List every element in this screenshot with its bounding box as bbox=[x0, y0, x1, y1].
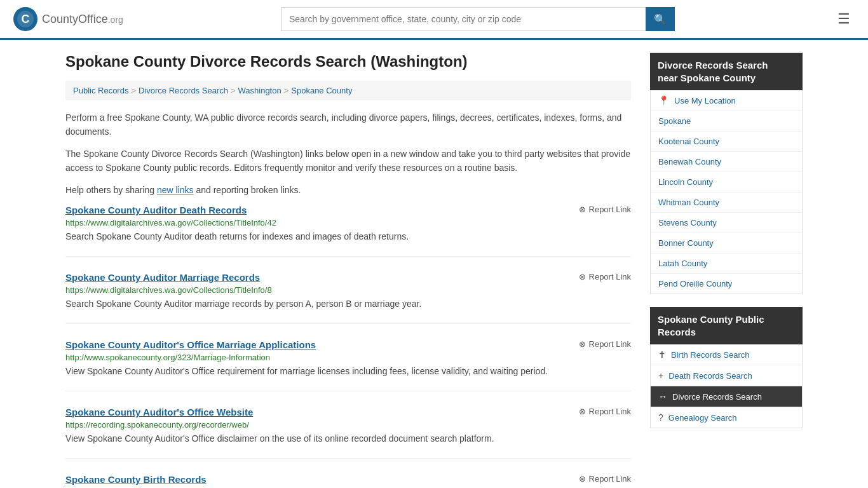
new-links-link[interactable]: new links bbox=[157, 185, 194, 195]
list-item: 📍 Use My Location bbox=[651, 90, 802, 111]
public-records-list: ✝ Birth Records Search + Death Records S… bbox=[650, 344, 803, 428]
desc3-post: and reporting broken links. bbox=[194, 185, 301, 195]
search-icon: 🔍 bbox=[654, 14, 667, 25]
nearby-item-label: Lincoln County bbox=[658, 177, 713, 187]
list-item: ✝ Birth Records Search bbox=[651, 344, 802, 365]
report-label: Report Link bbox=[589, 339, 631, 349]
report-icon: ⊗ bbox=[579, 272, 586, 281]
nearby-item-label: Bonner County bbox=[658, 238, 714, 248]
public-records-label: Genealogy Search bbox=[668, 413, 737, 423]
description-1: Perform a free Spokane County, WA public… bbox=[65, 111, 631, 139]
nearby-whitman-link[interactable]: Whitman County bbox=[651, 193, 802, 212]
list-item: Stevens County bbox=[651, 213, 802, 233]
birth-records-link[interactable]: ✝ Birth Records Search bbox=[651, 344, 802, 365]
nearby-item-label: Pend Oreille County bbox=[658, 279, 732, 288]
nearby-lincoln-link[interactable]: Lincoln County bbox=[651, 172, 802, 192]
nearby-list: 📍 Use My Location Spokane Kootenai Count… bbox=[650, 90, 803, 294]
logo-icon: C bbox=[13, 6, 38, 32]
report-label: Report Link bbox=[589, 407, 631, 416]
nearby-title: Divorce Records Search near Spokane Coun… bbox=[650, 53, 803, 90]
use-my-location-link[interactable]: 📍 Use My Location bbox=[651, 90, 802, 111]
nearby-latah-link[interactable]: Latah County bbox=[651, 254, 802, 273]
list-item: Latah County bbox=[651, 254, 802, 274]
report-link[interactable]: ⊗ Report Link bbox=[579, 339, 631, 349]
nearby-item-label: Use My Location bbox=[674, 96, 736, 105]
list-item: + Death Records Search bbox=[651, 365, 802, 386]
result-header: Spokane County Auditor's Office Website … bbox=[65, 407, 631, 417]
search-bar-area: 🔍 bbox=[281, 7, 675, 31]
breadcrumb: Public Records > Divorce Records Search … bbox=[65, 81, 631, 100]
result-url: http://www.spokanecounty.org/323/Marriag… bbox=[65, 353, 631, 362]
nearby-item-label: Latah County bbox=[658, 259, 707, 268]
report-link[interactable]: ⊗ Report Link bbox=[579, 474, 631, 484]
result-desc: View Spokane County Auditor's Office req… bbox=[65, 365, 631, 378]
result-title[interactable]: Spokane County Auditor Marriage Records bbox=[65, 272, 260, 283]
result-title[interactable]: Spokane County Auditor's Office Marriage… bbox=[65, 339, 316, 350]
result-header: Spokane County Auditor Death Records ⊗ R… bbox=[65, 205, 631, 215]
nearby-section: Divorce Records Search near Spokane Coun… bbox=[650, 53, 803, 294]
result-title[interactable]: Spokane County Birth Records bbox=[65, 474, 207, 485]
public-records-title: Spokane County Public Records bbox=[650, 307, 803, 344]
breadcrumb-public-records[interactable]: Public Records bbox=[73, 86, 128, 95]
results-list: Spokane County Auditor Death Records ⊗ R… bbox=[65, 205, 631, 488]
result-url: https://www.digitalarchives.wa.gov/Colle… bbox=[65, 218, 631, 227]
result-desc: View Spokane County Auditor's Office dis… bbox=[65, 432, 631, 445]
breadcrumb-spokane-county[interactable]: Spokane County bbox=[291, 86, 352, 95]
nearby-bonner-link[interactable]: Bonner County bbox=[651, 233, 802, 253]
nearby-item-label: Spokane bbox=[658, 116, 691, 126]
breadcrumb-washington[interactable]: Washington bbox=[238, 86, 281, 95]
nearby-item-label: Stevens County bbox=[658, 218, 717, 227]
result-desc: Search Spokane County Auditor death retu… bbox=[65, 230, 631, 243]
list-item: ? Genealogy Search bbox=[651, 407, 802, 428]
result-item: Spokane County Auditor Death Records ⊗ R… bbox=[65, 205, 631, 257]
hamburger-button[interactable]: ☰ bbox=[832, 8, 855, 30]
nearby-benewah-link[interactable]: Benewah County bbox=[651, 152, 802, 172]
death-records-link[interactable]: + Death Records Search bbox=[651, 365, 802, 386]
report-icon: ⊗ bbox=[579, 205, 586, 214]
public-records-label: Death Records Search bbox=[668, 371, 752, 381]
breadcrumb-sep-3: > bbox=[284, 86, 289, 95]
result-url: https://www.digitalarchives.wa.gov/Colle… bbox=[65, 285, 631, 295]
genealogy-icon: ? bbox=[658, 412, 663, 423]
list-item: Spokane bbox=[651, 111, 802, 132]
nearby-item-label: Benewah County bbox=[658, 157, 721, 166]
report-label: Report Link bbox=[589, 205, 631, 214]
search-button[interactable]: 🔍 bbox=[646, 7, 675, 31]
result-item: Spokane County Auditor's Office Marriage… bbox=[65, 339, 631, 391]
death-icon: + bbox=[658, 370, 663, 381]
list-item-active: ↔ Divorce Records Search bbox=[651, 386, 802, 407]
nearby-kootenai-link[interactable]: Kootenai County bbox=[651, 132, 802, 151]
logo-area: C CountyOffice.org bbox=[13, 6, 123, 32]
report-icon: ⊗ bbox=[579, 474, 586, 484]
nearby-stevens-link[interactable]: Stevens County bbox=[651, 213, 802, 233]
logo-brand: CountyOffice bbox=[42, 13, 108, 25]
result-desc: Search Spokane County Auditor marriage r… bbox=[65, 297, 631, 311]
list-item: Benewah County bbox=[651, 152, 802, 172]
sidebar: Divorce Records Search near Spokane Coun… bbox=[650, 53, 803, 488]
logo-text: CountyOffice.org bbox=[42, 13, 123, 26]
report-link[interactable]: ⊗ Report Link bbox=[579, 407, 631, 416]
public-records-label: Divorce Records Search bbox=[672, 392, 762, 402]
report-link[interactable]: ⊗ Report Link bbox=[579, 205, 631, 214]
result-url: https://recording.spokanecounty.org/reco… bbox=[65, 420, 631, 430]
genealogy-records-link[interactable]: ? Genealogy Search bbox=[651, 407, 802, 428]
list-item: Bonner County bbox=[651, 233, 802, 254]
location-icon: 📍 bbox=[658, 95, 669, 105]
report-link[interactable]: ⊗ Report Link bbox=[579, 272, 631, 281]
nearby-pend-link[interactable]: Pend Oreille County bbox=[651, 274, 802, 294]
breadcrumb-sep-1: > bbox=[131, 86, 136, 95]
result-title[interactable]: Spokane County Auditor Death Records bbox=[65, 205, 247, 215]
desc3-pre: Help others by sharing bbox=[65, 185, 157, 195]
header: C CountyOffice.org 🔍 ☰ bbox=[0, 0, 868, 40]
list-item: Kootenai County bbox=[651, 132, 802, 152]
hamburger-icon: ☰ bbox=[837, 11, 850, 27]
main-layout: Spokane County Divorce Records Search (W… bbox=[53, 40, 815, 488]
nearby-spokane-link[interactable]: Spokane bbox=[651, 111, 802, 131]
breadcrumb-divorce-records[interactable]: Divorce Records Search bbox=[139, 86, 228, 95]
search-input[interactable] bbox=[281, 7, 646, 31]
public-records-label: Birth Records Search bbox=[671, 350, 750, 360]
result-header: Spokane County Auditor Marriage Records … bbox=[65, 272, 631, 283]
divorce-records-link[interactable]: ↔ Divorce Records Search bbox=[651, 386, 802, 407]
svg-text:C: C bbox=[22, 13, 30, 25]
result-title[interactable]: Spokane County Auditor's Office Website bbox=[65, 407, 253, 417]
